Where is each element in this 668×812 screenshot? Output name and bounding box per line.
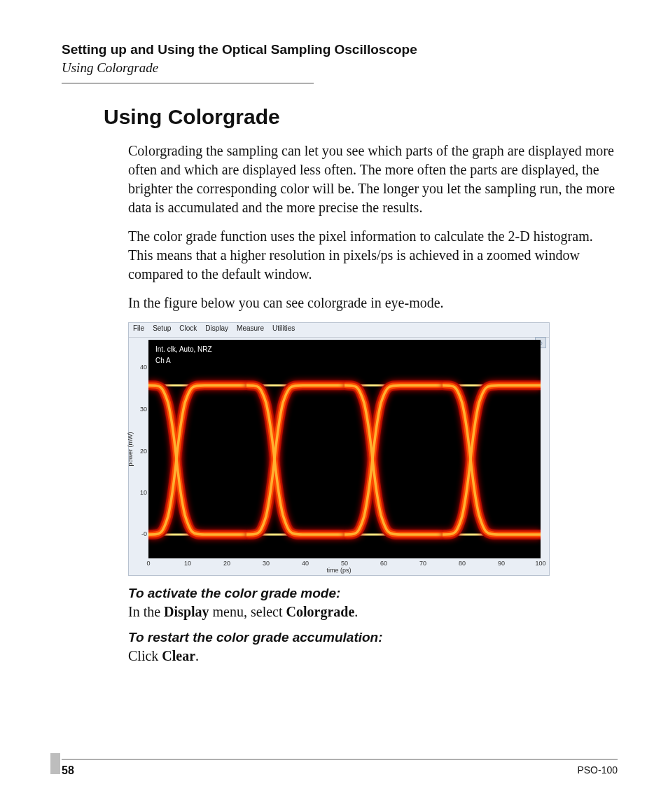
xtick: 40: [298, 560, 312, 567]
task-activate-step: In the Display menu, select Colorgrade.: [128, 604, 618, 620]
paragraph-1: Colorgrading the sampling can let you se…: [128, 142, 618, 217]
eye-diagram-svg: [148, 340, 541, 558]
xtick: 90: [494, 560, 508, 567]
text: .: [195, 648, 199, 663]
xtick: 80: [455, 560, 469, 567]
text: menu, select: [209, 604, 286, 619]
text: .: [354, 604, 358, 619]
menu-utilities[interactable]: Utilities: [272, 324, 295, 336]
xtick: 30: [259, 560, 273, 567]
product-model: PSO-100: [577, 764, 618, 777]
scope-annotation-1: Int. clk, Auto, NRZ: [155, 345, 212, 353]
menu-measure[interactable]: Measure: [237, 324, 264, 336]
text: Click: [128, 648, 162, 663]
header-chapter: Setting up and Using the Optical Samplin…: [62, 42, 618, 57]
menu-file[interactable]: File: [133, 324, 144, 336]
bold-colorgrade: Colorgrade: [286, 604, 355, 619]
xtick: 100: [534, 560, 548, 567]
page-footer: 58 PSO-100: [62, 759, 618, 777]
header-rule: [62, 83, 314, 84]
header-section: Using Colorgrade: [62, 60, 618, 76]
figure-ylabel: power (mW): [127, 432, 134, 467]
figure-xlabel: time (ps): [326, 567, 351, 574]
ytick: 30: [139, 406, 147, 413]
page-title: Using Colorgrade: [104, 105, 618, 129]
menu-clock[interactable]: Clock: [179, 324, 197, 336]
xtick: 50: [338, 560, 352, 567]
bold-display: Display: [164, 604, 209, 619]
task-activate-heading: To activate the color grade mode:: [128, 586, 618, 601]
xtick: 0: [141, 560, 155, 567]
text: In the: [128, 604, 164, 619]
xtick: 20: [220, 560, 234, 567]
paragraph-2: The color grade function uses the pixel …: [128, 227, 618, 284]
task-restart-heading: To restart the color grade accumulation:: [128, 630, 618, 645]
figure-menubar: File Setup Clock Display Measure Utiliti…: [129, 323, 549, 338]
menu-setup[interactable]: Setup: [153, 324, 171, 336]
scope-annotation-2: Ch A: [155, 357, 171, 364]
figure-plot-area: Int. clk, Auto, NRZ Ch A: [148, 340, 541, 558]
menu-display[interactable]: Display: [205, 324, 228, 336]
ytick: -0: [139, 530, 147, 537]
bold-clear: Clear: [162, 648, 195, 663]
paragraph-3: In the figure below you can see colorgra…: [128, 294, 618, 312]
xtick: 70: [416, 560, 430, 567]
ytick: 20: [139, 448, 147, 455]
task-restart-step: Click Clear.: [128, 648, 618, 664]
ytick: 40: [139, 364, 147, 371]
margin-tab: [50, 753, 60, 774]
ytick: 10: [139, 489, 147, 496]
page-number: 58: [62, 764, 74, 777]
scope-canvas: Int. clk, Auto, NRZ Ch A: [148, 340, 541, 558]
xtick: 10: [181, 560, 195, 567]
xtick: 60: [377, 560, 391, 567]
figure-colorgrade-eye: File Setup Clock Display Measure Utiliti…: [128, 322, 550, 576]
